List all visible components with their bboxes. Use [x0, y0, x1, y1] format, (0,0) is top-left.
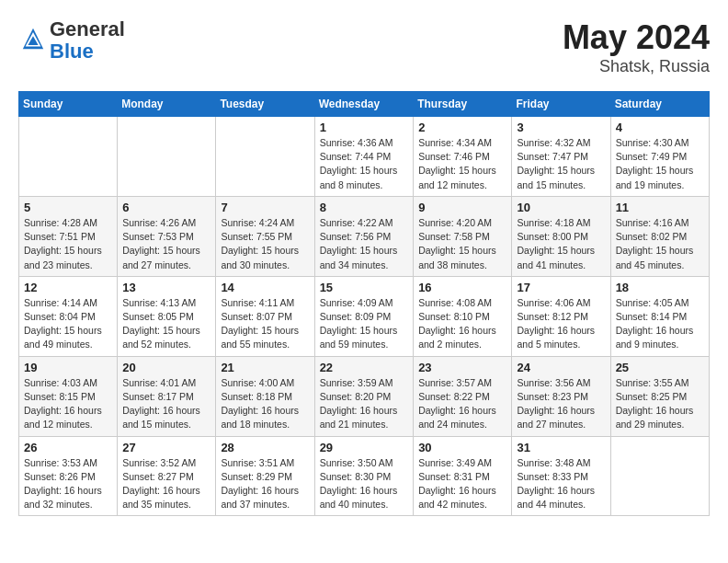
calendar-location: Shatsk, Russia [563, 57, 710, 76]
day-number: 17 [517, 281, 605, 294]
calendar-cell: 3Sunrise: 4:32 AM Sunset: 7:47 PM Daylig… [512, 117, 610, 197]
calendar-cell: 7Sunrise: 4:24 AM Sunset: 7:55 PM Daylig… [216, 196, 314, 276]
day-info: Sunrise: 4:14 AM Sunset: 8:04 PM Dayligh… [24, 296, 112, 352]
day-number: 25 [616, 361, 704, 374]
day-number: 18 [616, 281, 704, 294]
weekday-header-wednesday: Wednesday [314, 92, 414, 117]
day-number: 30 [418, 441, 506, 454]
calendar-cell: 8Sunrise: 4:22 AM Sunset: 7:56 PM Daylig… [314, 196, 414, 276]
calendar-cell: 4Sunrise: 4:30 AM Sunset: 7:49 PM Daylig… [610, 117, 709, 197]
calendar-cell: 18Sunrise: 4:05 AM Sunset: 8:14 PM Dayli… [610, 276, 709, 356]
calendar-cell [118, 117, 216, 197]
calendar-cell [19, 117, 118, 197]
day-info: Sunrise: 4:06 AM Sunset: 8:12 PM Dayligh… [517, 296, 605, 352]
calendar-week-row: 5Sunrise: 4:28 AM Sunset: 7:51 PM Daylig… [19, 196, 710, 276]
day-info: Sunrise: 3:53 AM Sunset: 8:26 PM Dayligh… [24, 456, 112, 512]
calendar-cell: 28Sunrise: 3:51 AM Sunset: 8:29 PM Dayli… [216, 436, 314, 516]
day-info: Sunrise: 3:57 AM Sunset: 8:22 PM Dayligh… [418, 376, 506, 432]
calendar-cell: 21Sunrise: 4:00 AM Sunset: 8:18 PM Dayli… [216, 356, 314, 436]
day-info: Sunrise: 3:59 AM Sunset: 8:20 PM Dayligh… [320, 376, 409, 432]
calendar-cell [610, 436, 709, 516]
calendar-cell: 27Sunrise: 3:52 AM Sunset: 8:27 PM Dayli… [118, 436, 216, 516]
day-info: Sunrise: 4:26 AM Sunset: 7:53 PM Dayligh… [122, 216, 210, 272]
day-number: 5 [24, 201, 112, 214]
day-number: 9 [418, 201, 506, 214]
day-info: Sunrise: 4:30 AM Sunset: 7:49 PM Dayligh… [616, 136, 704, 192]
calendar-cell: 26Sunrise: 3:53 AM Sunset: 8:26 PM Dayli… [19, 436, 118, 516]
day-info: Sunrise: 3:48 AM Sunset: 8:33 PM Dayligh… [517, 456, 605, 512]
day-info: Sunrise: 4:08 AM Sunset: 8:10 PM Dayligh… [418, 296, 506, 352]
weekday-header-sunday: Sunday [19, 92, 118, 117]
calendar-cell: 16Sunrise: 4:08 AM Sunset: 8:10 PM Dayli… [414, 276, 512, 356]
calendar-cell: 14Sunrise: 4:11 AM Sunset: 8:07 PM Dayli… [216, 276, 314, 356]
weekday-header-row: SundayMondayTuesdayWednesdayThursdayFrid… [19, 92, 710, 117]
calendar-cell: 31Sunrise: 3:48 AM Sunset: 8:33 PM Dayli… [512, 436, 610, 516]
calendar-cell: 30Sunrise: 3:49 AM Sunset: 8:31 PM Dayli… [414, 436, 512, 516]
day-number: 21 [221, 361, 309, 374]
calendar-cell: 23Sunrise: 3:57 AM Sunset: 8:22 PM Dayli… [414, 356, 512, 436]
day-number: 31 [517, 441, 605, 454]
day-number: 23 [418, 361, 506, 374]
calendar-week-row: 26Sunrise: 3:53 AM Sunset: 8:26 PM Dayli… [19, 436, 710, 516]
calendar-table: SundayMondayTuesdayWednesdayThursdayFrid… [18, 91, 710, 516]
day-number: 7 [221, 201, 309, 214]
day-number: 12 [24, 281, 112, 294]
day-info: Sunrise: 4:36 AM Sunset: 7:44 PM Dayligh… [320, 136, 409, 192]
logo-general-text: General [50, 17, 125, 40]
calendar-cell: 24Sunrise: 3:56 AM Sunset: 8:23 PM Dayli… [512, 356, 610, 436]
weekday-header-friday: Friday [512, 92, 610, 117]
day-info: Sunrise: 4:16 AM Sunset: 8:02 PM Dayligh… [616, 216, 704, 272]
day-info: Sunrise: 4:05 AM Sunset: 8:14 PM Dayligh… [616, 296, 704, 352]
day-info: Sunrise: 4:24 AM Sunset: 7:55 PM Dayligh… [221, 216, 309, 272]
logo: General Blue [18, 18, 125, 63]
weekday-header-saturday: Saturday [610, 92, 709, 117]
day-number: 6 [122, 201, 210, 214]
calendar-cell: 17Sunrise: 4:06 AM Sunset: 8:12 PM Dayli… [512, 276, 610, 356]
day-info: Sunrise: 4:18 AM Sunset: 8:00 PM Dayligh… [517, 216, 605, 272]
day-number: 20 [122, 361, 210, 374]
day-number: 27 [122, 441, 210, 454]
day-info: Sunrise: 4:11 AM Sunset: 8:07 PM Dayligh… [221, 296, 309, 352]
day-number: 15 [320, 281, 409, 294]
day-info: Sunrise: 3:51 AM Sunset: 8:29 PM Dayligh… [221, 456, 309, 512]
day-number: 24 [517, 361, 605, 374]
day-info: Sunrise: 3:49 AM Sunset: 8:31 PM Dayligh… [418, 456, 506, 512]
calendar-cell: 20Sunrise: 4:01 AM Sunset: 8:17 PM Dayli… [118, 356, 216, 436]
day-number: 14 [221, 281, 309, 294]
calendar-cell: 6Sunrise: 4:26 AM Sunset: 7:53 PM Daylig… [118, 196, 216, 276]
day-info: Sunrise: 4:22 AM Sunset: 7:56 PM Dayligh… [320, 216, 409, 272]
day-number: 19 [24, 361, 112, 374]
day-number: 11 [616, 201, 704, 214]
calendar-week-row: 1Sunrise: 4:36 AM Sunset: 7:44 PM Daylig… [19, 117, 710, 197]
calendar-cell [216, 117, 314, 197]
calendar-cell: 9Sunrise: 4:20 AM Sunset: 7:58 PM Daylig… [414, 196, 512, 276]
title-block: May 2024 Shatsk, Russia [563, 18, 710, 76]
weekday-header-tuesday: Tuesday [216, 92, 314, 117]
calendar-cell: 5Sunrise: 4:28 AM Sunset: 7:51 PM Daylig… [19, 196, 118, 276]
day-info: Sunrise: 4:32 AM Sunset: 7:47 PM Dayligh… [517, 136, 605, 192]
calendar-cell: 25Sunrise: 3:55 AM Sunset: 8:25 PM Dayli… [610, 356, 709, 436]
day-number: 1 [320, 121, 409, 134]
day-number: 3 [517, 121, 605, 134]
calendar-week-row: 19Sunrise: 4:03 AM Sunset: 8:15 PM Dayli… [19, 356, 710, 436]
calendar-week-row: 12Sunrise: 4:14 AM Sunset: 8:04 PM Dayli… [19, 276, 710, 356]
day-number: 16 [418, 281, 506, 294]
calendar-cell: 19Sunrise: 4:03 AM Sunset: 8:15 PM Dayli… [19, 356, 118, 436]
calendar-cell: 22Sunrise: 3:59 AM Sunset: 8:20 PM Dayli… [314, 356, 414, 436]
day-number: 13 [122, 281, 210, 294]
day-info: Sunrise: 4:13 AM Sunset: 8:05 PM Dayligh… [122, 296, 210, 352]
day-info: Sunrise: 3:56 AM Sunset: 8:23 PM Dayligh… [517, 376, 605, 432]
day-info: Sunrise: 3:55 AM Sunset: 8:25 PM Dayligh… [616, 376, 704, 432]
day-info: Sunrise: 4:09 AM Sunset: 8:09 PM Dayligh… [320, 296, 409, 352]
day-info: Sunrise: 4:03 AM Sunset: 8:15 PM Dayligh… [24, 376, 112, 432]
day-number: 22 [320, 361, 409, 374]
day-info: Sunrise: 4:01 AM Sunset: 8:17 PM Dayligh… [122, 376, 210, 432]
day-number: 28 [221, 441, 309, 454]
calendar-title: May 2024 [563, 18, 710, 57]
page-header: General Blue May 2024 Shatsk, Russia [18, 18, 710, 76]
day-info: Sunrise: 4:00 AM Sunset: 8:18 PM Dayligh… [221, 376, 309, 432]
day-number: 10 [517, 201, 605, 214]
calendar-cell: 1Sunrise: 4:36 AM Sunset: 7:44 PM Daylig… [314, 117, 414, 197]
day-info: Sunrise: 4:34 AM Sunset: 7:46 PM Dayligh… [418, 136, 506, 192]
calendar-cell: 13Sunrise: 4:13 AM Sunset: 8:05 PM Dayli… [118, 276, 216, 356]
